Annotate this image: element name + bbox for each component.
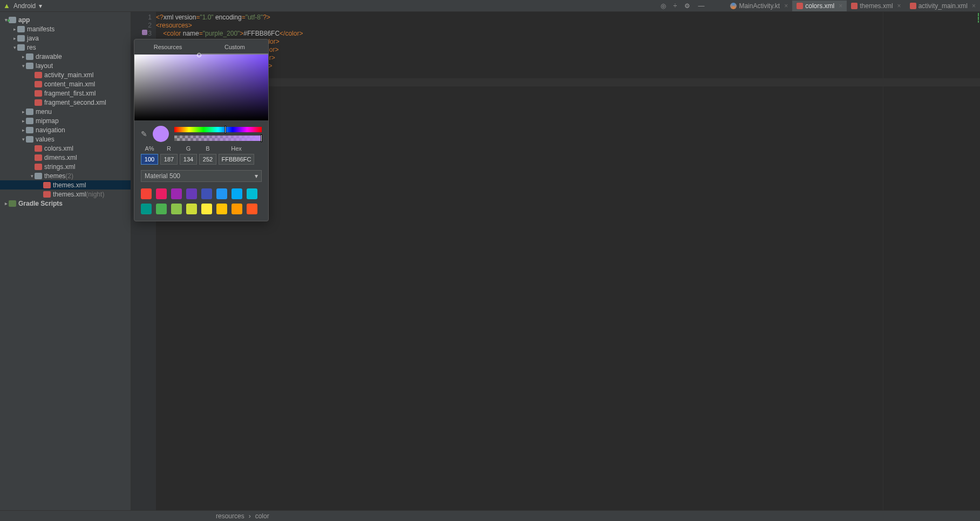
xml-file-icon [851,3,858,9]
line-number: 3 [131,30,152,38]
expand-arrow-icon[interactable]: ▸ [3,201,9,206]
code-line[interactable]: lack">#FF000000</color> [156,70,980,78]
tree-node[interactable]: fragment_first.xml [0,89,131,98]
code-line[interactable]: <?xml version="1.0" encoding="utf-8"?> [156,13,980,22]
tree-node[interactable]: ▾values [0,134,131,144]
palette-swatch[interactable] [156,188,167,199]
folder-icon [26,136,33,143]
palette-swatch[interactable] [156,204,167,214]
saturation-brightness-field[interactable] [134,55,268,120]
code-line[interactable]: urple_700">#FF3700B3</color> [156,46,980,54]
code-line[interactable]: hite">#FFFFFFFF</color> [156,78,980,86]
alpha-slider[interactable] [174,136,262,141]
expand-arrow-icon[interactable]: ▸ [21,54,26,59]
target-icon[interactable]: ◎ [661,2,666,10]
code-line[interactable]: eal_700">#FF018786</color> [156,62,980,70]
tree-node[interactable]: themes.xml (night) [0,190,131,199]
green-input[interactable] [180,154,197,165]
chevron-down-icon[interactable]: ▾ [39,2,42,10]
tree-node-label: content_main.xml [44,80,95,88]
tree-node-label: manifests [27,25,55,33]
code-line[interactable]: eal_200">#FF03DAC5</color> [156,54,980,62]
tree-node[interactable]: strings.xml [0,162,131,171]
expand-arrow-icon[interactable]: ▸ [12,26,17,32]
editor-tab[interactable]: themes.xml× [847,1,905,11]
code-line[interactable]: <color name="purple_200">#FFBB86FC</colo… [156,30,980,38]
folder-icon [17,26,25,32]
code-line[interactable]: <resources> [156,22,980,30]
expand-arrow-icon[interactable]: ▸ [21,118,26,124]
tree-node-label: app [18,16,30,24]
hue-slider[interactable] [174,127,262,132]
editor-tab[interactable]: colors.xml× [792,1,847,11]
tree-node[interactable]: colors.xml [0,144,131,153]
tree-node[interactable]: ▸navigation [0,125,131,134]
palette-swatch[interactable] [247,188,257,199]
expand-arrow-icon[interactable]: ▸ [21,109,26,114]
palette-swatch[interactable] [186,188,197,199]
tree-node[interactable]: ▾themes (2) [0,171,131,180]
expand-arrow-icon[interactable]: ▾ [29,173,35,179]
editor-minimap[interactable] [883,12,980,510]
expand-arrow-icon[interactable]: ▸ [21,127,26,133]
expand-arrow-icon[interactable]: ▾ [21,63,26,69]
palette-swatch[interactable] [141,204,152,214]
red-input[interactable] [160,154,178,165]
tree-node[interactable]: ▾app [0,15,131,24]
close-icon[interactable]: × [972,2,976,10]
gear-icon[interactable]: ⚙ [684,2,690,10]
palette-swatch[interactable] [141,188,152,199]
palette-swatch[interactable] [232,204,242,214]
palette-swatch[interactable] [171,204,182,214]
xml-file-icon [35,72,42,78]
tree-node[interactable]: ▸mipmap [0,116,131,125]
expand-arrow-icon[interactable]: ▾ [12,45,17,50]
tree-node-label: Gradle Scripts [18,200,63,207]
code-line[interactable]: urple_500">#FF6200EE</color> [156,38,980,46]
palette-swatch[interactable] [186,204,197,214]
minimize-icon[interactable]: — [698,2,704,10]
close-icon[interactable]: × [897,2,901,10]
expand-arrow-icon[interactable]: ▸ [12,36,17,41]
palette-dropdown[interactable]: Material 500 ▾ [141,170,262,182]
project-tree[interactable]: ▾app▸manifests▸java▾res▸drawable▾layouta… [0,12,131,510]
tree-node[interactable]: themes.xml [0,180,131,190]
editor-tab[interactable]: activity_main.xml× [906,1,980,11]
tree-node[interactable]: ▸manifests [0,24,131,33]
tree-node[interactable]: ▸java [0,33,131,43]
alpha-handle[interactable] [261,134,262,142]
palette-swatch[interactable] [216,204,227,214]
close-icon[interactable]: × [839,2,842,10]
eyedropper-icon[interactable]: ✎ [141,130,147,138]
tree-node[interactable]: ▸menu [0,107,131,116]
tree-node[interactable]: dimens.xml [0,153,131,162]
tree-node[interactable]: content_main.xml [0,79,131,89]
project-view-selector[interactable]: Android [13,2,36,10]
custom-tab[interactable]: Custom [201,39,268,55]
breadcrumb-item[interactable]: resources [216,512,244,520]
blue-input[interactable] [199,154,216,165]
hue-handle[interactable] [224,126,226,133]
tree-node[interactable]: ▾res [0,43,131,52]
palette-swatch[interactable] [216,188,227,199]
tree-node[interactable]: ▾layout [0,61,131,70]
divider-icon[interactable]: ÷ [673,2,677,10]
tree-node[interactable]: ▸drawable [0,52,131,61]
tree-node[interactable]: fragment_second.xml [0,98,131,107]
hex-input[interactable] [219,154,254,165]
editor-tab[interactable]: MainActivity.kt× [726,1,792,11]
palette-swatch[interactable] [247,204,257,214]
close-icon[interactable]: × [784,2,788,10]
expand-arrow-icon[interactable]: ▾ [21,137,26,142]
tree-node[interactable]: ▸Gradle Scripts [0,199,131,208]
palette-swatch[interactable] [201,188,212,199]
resources-tab[interactable]: Resources [134,39,201,55]
palette-swatch[interactable] [201,204,212,214]
color-gutter-icon[interactable] [142,30,147,35]
saturation-cursor[interactable] [197,53,201,57]
palette-swatch[interactable] [171,188,182,199]
tree-node[interactable]: activity_main.xml [0,70,131,79]
breadcrumb-item[interactable]: color [255,512,269,520]
alpha-input[interactable] [141,154,158,165]
palette-swatch[interactable] [232,188,242,199]
